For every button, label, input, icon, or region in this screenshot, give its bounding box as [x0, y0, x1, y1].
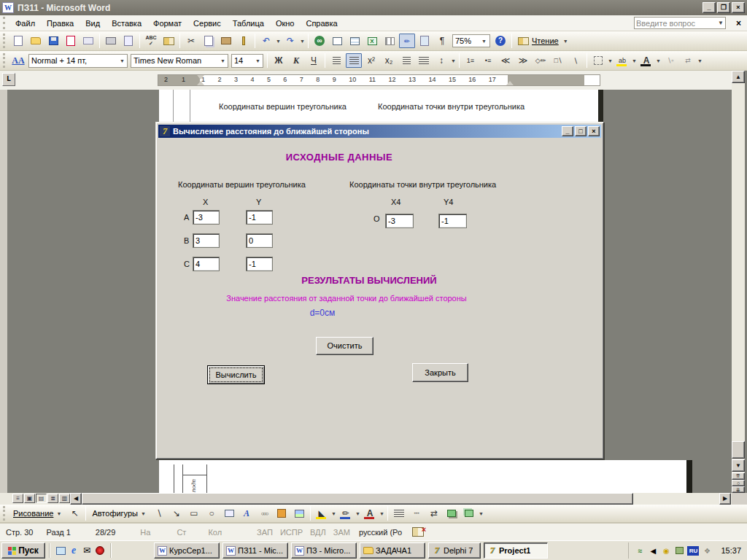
shape-tool-button[interactable]: ◇✏: [533, 53, 549, 68]
redo-button[interactable]: ↷: [282, 34, 298, 48]
text-box-button[interactable]: [221, 506, 237, 521]
undo-button[interactable]: ↶: [258, 34, 274, 48]
line-button[interactable]: ∖: [151, 506, 167, 521]
arrow-button[interactable]: ↘: [169, 506, 185, 521]
dialog-titlebar[interactable]: 7 Вычисление расстояния до ближайшей сто…: [158, 125, 601, 138]
show-paragraphs-button[interactable]: ¶: [434, 34, 450, 48]
threed-style-button[interactable]: [461, 506, 477, 521]
vertex-a-y-input[interactable]: [246, 210, 273, 225]
print-button[interactable]: [103, 34, 119, 48]
mail-icon[interactable]: ✉: [80, 544, 93, 557]
horizontal-scroll-thumb[interactable]: [82, 493, 633, 505]
task-kurser1[interactable]: W КурсСер1...: [154, 542, 220, 559]
status-ext[interactable]: ВДЛ: [310, 528, 326, 537]
dialog-close-button[interactable]: ×: [588, 126, 600, 136]
line-spacing-button[interactable]: ↕: [433, 53, 449, 68]
borders-dropdown-icon[interactable]: ▼: [607, 58, 614, 63]
highlight-dropdown-icon[interactable]: ▼: [631, 58, 638, 63]
monitor-icon[interactable]: [674, 546, 684, 556]
first-line-indent-marker[interactable]: [197, 75, 204, 79]
status-rev[interactable]: ИСПР: [280, 528, 303, 537]
status-rec[interactable]: ЗАП: [257, 528, 273, 537]
fill-color-button[interactable]: ◣: [314, 506, 330, 521]
task-zadacha1[interactable]: ЗАДАЧА1: [360, 542, 425, 559]
menu-item[interactable]: Правка: [41, 17, 80, 30]
styles-button[interactable]: АА: [10, 53, 26, 68]
delphi-dialog[interactable]: 7 Вычисление расстояния до ближайшей сто…: [155, 122, 604, 459]
outline-view-button[interactable]: ≣: [47, 494, 58, 503]
restore-button[interactable]: ❐: [717, 2, 730, 13]
menu-item[interactable]: Справка: [300, 17, 343, 30]
vertex-b-x-input[interactable]: [193, 233, 220, 248]
font-combo[interactable]: Times New Roman ▼: [131, 54, 228, 68]
task-pz[interactable]: W ПЗ - Micro...: [291, 542, 357, 559]
decrease-indent-button[interactable]: ≪: [498, 53, 514, 68]
document-page-top[interactable]: Координаты вершин треугольника Координат…: [159, 90, 598, 122]
align-left-button[interactable]: [328, 53, 344, 68]
start-button[interactable]: Пуск: [1, 542, 45, 559]
normal-view-button[interactable]: ≡: [12, 494, 23, 503]
bullet-list-button[interactable]: •≡: [480, 53, 496, 68]
paste-button[interactable]: [218, 34, 234, 48]
draw-font-color-dropdown-icon[interactable]: ▼: [379, 511, 385, 516]
minimize-button[interactable]: _: [703, 2, 716, 13]
menu-item[interactable]: Окно: [270, 17, 301, 30]
dialog-maximize-button[interactable]: □: [575, 126, 587, 136]
select-objects-button[interactable]: ↖: [66, 506, 82, 521]
menu-item[interactable]: Таблица: [227, 17, 270, 30]
volume-icon[interactable]: ◀: [648, 546, 658, 556]
font-color-button[interactable]: А: [638, 53, 654, 68]
toolbar-options-icon[interactable]: ▼: [697, 58, 703, 63]
close-dialog-button[interactable]: Закрыть: [412, 363, 468, 382]
radio-icon[interactable]: ◉: [661, 546, 671, 556]
dialog-minimize-button[interactable]: _: [562, 126, 573, 136]
show-desktop-icon[interactable]: [54, 544, 67, 557]
browse-next-icon[interactable]: ⇊: [732, 486, 745, 493]
chevron-down-icon[interactable]: ▼: [253, 58, 260, 63]
align-right-button[interactable]: [398, 53, 414, 68]
research-button[interactable]: [160, 34, 177, 48]
hanging-indent-marker[interactable]: [197, 81, 204, 85]
line-tool-button[interactable]: ∖: [568, 53, 584, 68]
new-document-button[interactable]: [10, 34, 26, 48]
italic-button[interactable]: К: [288, 53, 304, 68]
tablet-icon[interactable]: ❖: [702, 546, 712, 556]
menu-item[interactable]: Файл: [9, 17, 41, 30]
undo-dropdown-icon[interactable]: ▼: [275, 39, 282, 44]
rectangle-button[interactable]: ▭: [186, 506, 202, 521]
toolbar-options-icon[interactable]: ▼: [478, 511, 484, 516]
insert-excel-button[interactable]: X: [364, 34, 380, 48]
vertex-c-y-input[interactable]: [246, 257, 273, 271]
horizontal-ruler[interactable]: 2 1 1234567891011121314151617: [158, 74, 600, 86]
increase-indent-button[interactable]: ≫: [515, 53, 531, 68]
tables-borders-button[interactable]: [329, 34, 345, 48]
reading-view-button[interactable]: ▥: [59, 494, 70, 503]
calculate-button[interactable]: Вычислить: [207, 365, 265, 384]
zoom-combo[interactable]: 75% ▼: [452, 34, 490, 47]
horizontal-scrollbar[interactable]: ≡ ▣ ▤ ≣ ▥ ◀ ▶: [0, 493, 747, 505]
draw-menu-button[interactable]: Рисование ▼: [9, 508, 66, 519]
vertex-b-y-input[interactable]: [246, 233, 273, 248]
connector-tool-button[interactable]: □∖: [550, 53, 566, 68]
open-button[interactable]: [28, 34, 44, 48]
browse-object-icon[interactable]: ○: [732, 480, 745, 486]
redo-dropdown-icon[interactable]: ▼: [299, 39, 306, 44]
chevron-down-icon[interactable]: ▼: [718, 20, 724, 26]
scroll-right-icon[interactable]: ▶: [719, 493, 731, 505]
borders-button[interactable]: [590, 53, 606, 68]
clear-button[interactable]: Очистить: [316, 337, 374, 355]
spelling-button[interactable]: ABC✓: [143, 34, 159, 48]
superscript-button[interactable]: x²: [363, 53, 379, 68]
clipart-button[interactable]: [274, 506, 290, 521]
right-indent-marker[interactable]: [506, 81, 514, 85]
help-button[interactable]: ?: [492, 34, 508, 48]
subscript-button[interactable]: x₂: [381, 53, 397, 68]
reading-mode-button[interactable]: Чтение: [514, 36, 562, 46]
print-layout-button[interactable]: ▤: [36, 494, 47, 503]
bold-button[interactable]: Ж: [271, 53, 287, 68]
document-page-bottom[interactable]: подп: [159, 460, 686, 493]
insert-table-button[interactable]: [347, 34, 363, 48]
menu-item[interactable]: Вид: [80, 17, 106, 30]
tab-stop-selector[interactable]: L: [2, 73, 15, 86]
task-project1[interactable]: 7 Project1: [484, 542, 548, 559]
